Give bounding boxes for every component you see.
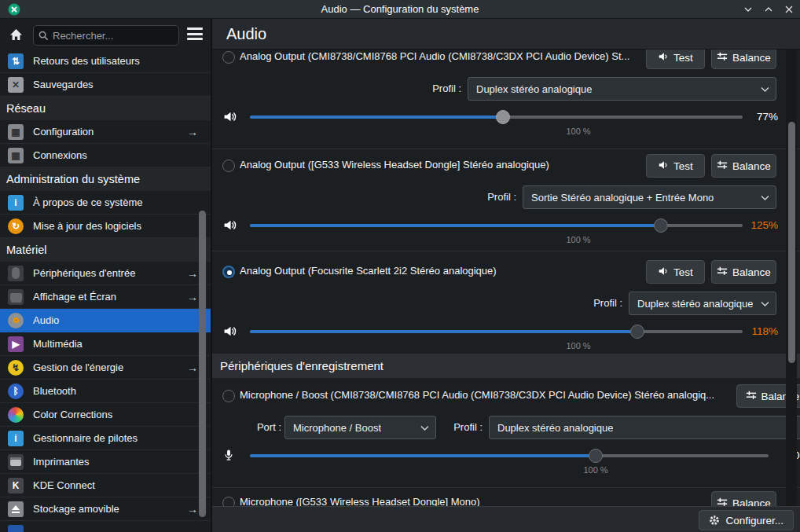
hundred-percent-tick: 100 % [572, 465, 619, 475]
sidebar-item-label: Connexions [33, 149, 87, 161]
sidebar-item-about-system[interactable]: iÀ propos de ce système [0, 191, 211, 215]
footer: Configurer... [212, 506, 800, 532]
volume-icon [223, 110, 237, 126]
profile-select-value: Duplex stéréo analogique [637, 298, 753, 310]
sidebar-item-label: Audio [33, 314, 59, 326]
volume-slider-row: 77% [212, 108, 800, 126]
device-label: Analog Output ([G533 Wireless Headset Do… [240, 159, 549, 171]
sidebar-item-driver-manager[interactable]: iGestionnaire de pilotes [0, 427, 211, 450]
sidebar-item-kde-connect[interactable]: KKDE Connect [0, 474, 211, 497]
minimize-icon[interactable] [742, 3, 754, 16]
device-label: Microphone ([G533 Wireless Headset Dongl… [240, 496, 480, 506]
configure-button[interactable]: Configurer... [699, 510, 794, 530]
slider-handle[interactable] [589, 449, 603, 463]
profile-label: Profil : [558, 297, 622, 309]
maximize-icon[interactable] [762, 3, 775, 16]
sidebar-item-input-devices[interactable]: Périphériques d'entrée→ [0, 262, 211, 285]
sidebar-scrollbar[interactable] [199, 211, 206, 517]
microphone-icon [223, 449, 234, 464]
titlebar: Audio — Configuration du système [0, 0, 800, 19]
sidebar-item-power-management[interactable]: ↯Gestion de l'énergie→ [0, 356, 211, 380]
slider-handle[interactable] [630, 325, 644, 339]
sidebar-item-partial-item[interactable] [0, 521, 211, 532]
multimedia-icon: ▶ [8, 336, 24, 352]
profile-label: Profil : [397, 83, 461, 94]
about-system-icon: i [8, 195, 24, 211]
balance-button[interactable]: Balance [711, 50, 776, 69]
test-button-label: Test [673, 160, 693, 172]
balance-button-label: Balance [732, 52, 771, 64]
test-button[interactable]: Test [646, 50, 705, 69]
test-button[interactable]: Test [646, 260, 705, 284]
sidebar-item-label: Mise à jour des logiciels [33, 220, 141, 232]
volume-value: 77% [743, 111, 778, 123]
sidebar-item-label: À propos de ce système [33, 196, 142, 208]
device-header-row: Analog Output (Focusrite Scarlett 2i2 St… [212, 260, 800, 284]
content-header: Audio [212, 19, 800, 50]
mixer-icon [746, 390, 757, 403]
sidebar-item-feedback[interactable]: ⇅Retours des utilisateurs [0, 50, 211, 73]
profile-row: Profil :Duplex stéréo analogique [212, 292, 800, 315]
slider-fill [250, 454, 596, 457]
profile-label: Profil : [452, 191, 516, 203]
volume-slider-row: 100% [212, 447, 800, 464]
device-label: Analog Output (Focusrite Scarlett 2i2 St… [240, 265, 497, 277]
slider-handle[interactable] [654, 218, 668, 233]
sidebar-item-display-screen[interactable]: Affichage et Écran→ [0, 285, 211, 309]
sidebar-item-removable-storage[interactable]: Stockage amovible→ [0, 497, 211, 521]
device-radio[interactable] [222, 497, 235, 506]
device-radio[interactable] [222, 390, 235, 402]
balance-button-label: Balance [732, 160, 771, 172]
sidebar-item-label: Stockage amovible [33, 503, 119, 515]
balance-button[interactable]: Balance [711, 491, 776, 506]
sidebar-item-label: Sauvegardes [33, 79, 94, 90]
connections-icon: ▦ [8, 148, 24, 163]
sidebar-item-connections[interactable]: ▦Connexions [0, 144, 211, 167]
balance-button[interactable]: Balance [711, 154, 776, 178]
device-header-row: Microphone / Boost (CMI8738/CMI8768 PCI … [212, 384, 800, 408]
home-icon[interactable] [8, 27, 24, 42]
sidebar-item-label: Bluetooth [33, 385, 76, 397]
sidebar-item-network-configuration[interactable]: ▦Configuration→ [0, 120, 211, 144]
sidebar-toolbar [0, 19, 211, 50]
software-updates-icon: ↻ [8, 218, 24, 234]
system-settings-window: Audio — Configuration du système [0, 0, 800, 532]
sidebar-item-backups[interactable]: ✕Sauvegardes [0, 73, 211, 97]
sidebar-item-multimedia[interactable]: ▶Multimédia [0, 332, 211, 356]
sidebar-item-label: Retours des utilisateurs [33, 55, 140, 67]
mixer-icon [717, 266, 728, 279]
profile-select[interactable]: Duplex stéréo analogique [629, 292, 776, 315]
close-icon[interactable] [783, 3, 795, 16]
content-scrollbar[interactable] [788, 122, 795, 363]
test-button[interactable]: Test [646, 154, 705, 178]
device-radio[interactable] [222, 160, 235, 172]
profile-select[interactable]: Duplex stéréo analogique [489, 416, 800, 439]
sidebar-item-software-updates[interactable]: ↻Mise à jour des logiciels [0, 215, 211, 238]
profile-select-value: Duplex stéréo analogique [497, 422, 613, 434]
device-radio[interactable] [222, 266, 235, 278]
content-scrollbar-track[interactable] [786, 50, 797, 506]
device-radio[interactable] [222, 51, 235, 64]
submenu-arrow-icon: → [187, 361, 198, 374]
search-field[interactable] [33, 25, 179, 46]
slider-handle[interactable] [496, 110, 510, 124]
sidebar-section-network: Réseau [0, 97, 211, 120]
sidebar-item-bluetooth[interactable]: ᛒBluetooth [0, 380, 211, 403]
sidebar-list: ⇅Retours des utilisateurs✕SauvegardesRés… [0, 50, 211, 532]
sidebar: ⇅Retours des utilisateurs✕SauvegardesRés… [0, 50, 211, 532]
backups-icon: ✕ [8, 77, 24, 93]
profile-select[interactable]: Sortie Stéréo analogique + Entrée Mono [523, 185, 776, 209]
gear-icon [709, 515, 720, 526]
hamburger-menu-icon[interactable] [187, 28, 203, 40]
sidebar-item-color-corrections[interactable]: Color Corrections [0, 403, 211, 427]
submenu-arrow-icon: → [187, 126, 198, 138]
device-list: Périphériques d'enregistrement Analog Ou… [212, 50, 800, 506]
balance-button[interactable]: Balance [711, 260, 776, 284]
profile-select[interactable]: Duplex stéréo analogique [468, 77, 776, 101]
sidebar-item-printers[interactable]: Imprimantes [0, 450, 211, 474]
sidebar-item-audio[interactable]: Audio [0, 309, 211, 332]
device-label: Microphone / Boost (CMI8738/CMI8768 PCI … [240, 389, 714, 401]
profile-select-value: Sortie Stéréo analogique + Entrée Mono [531, 192, 714, 204]
sidebar-item-label: Gestion de l'énergie [33, 361, 123, 373]
search-input[interactable] [53, 30, 174, 42]
